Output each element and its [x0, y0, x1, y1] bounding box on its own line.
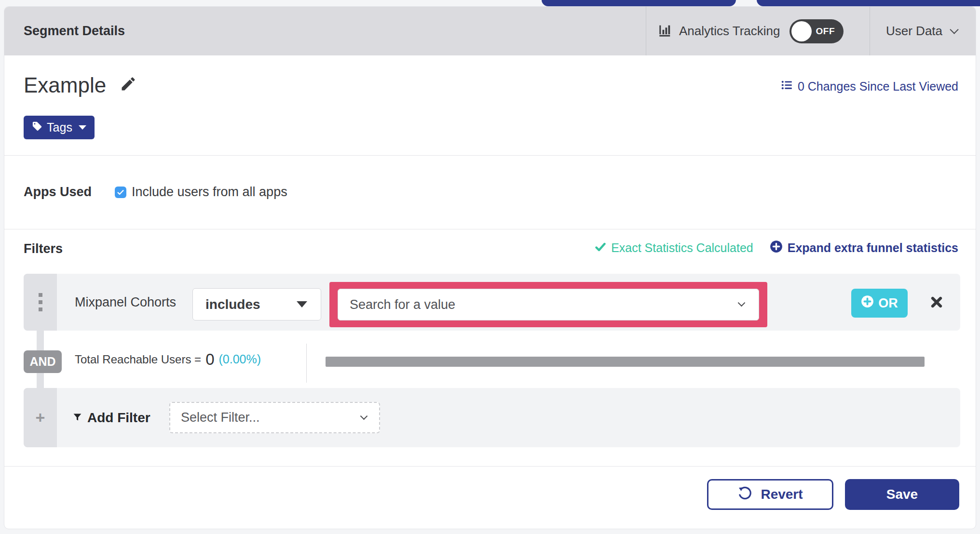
segment-name: Example	[24, 73, 106, 97]
total-users-percent: (0.00%)	[219, 352, 261, 366]
tags-button-label: Tags	[47, 120, 72, 134]
page-title: Segment Details	[24, 7, 125, 55]
analytics-tracking-toggle[interactable]: OFF	[789, 19, 844, 43]
drag-handle[interactable]	[24, 274, 57, 331]
include-all-apps-checkbox[interactable]	[115, 187, 126, 198]
expand-funnel-statistics-link[interactable]: Expand extra funnel statistics	[770, 240, 958, 256]
drag-dot-icon	[39, 300, 42, 304]
triangle-down-icon	[297, 301, 307, 307]
footer-divider	[4, 466, 976, 467]
filters-heading: Filters	[24, 241, 63, 256]
or-button-label: OR	[878, 296, 898, 311]
analytics-tracking-label: Analytics Tracking	[679, 24, 780, 39]
save-button-label: Save	[886, 487, 918, 502]
toggle-knob	[791, 21, 812, 41]
remove-filter-button[interactable]	[929, 274, 944, 331]
plus-circle-icon	[861, 295, 874, 311]
total-users-label: Total Reachable Users =	[75, 353, 201, 366]
chevron-down-icon	[360, 412, 368, 420]
add-filter-label: Add Filter	[87, 410, 150, 426]
analytics-chart-icon	[658, 23, 673, 40]
top-cutoff-button-left[interactable]	[542, 0, 736, 6]
changes-since-last-viewed-link[interactable]: 0 Changes Since Last Viewed	[781, 79, 958, 94]
top-cutoff-button-right[interactable]	[757, 0, 980, 6]
select-filter-placeholder: Select Filter...	[181, 410, 260, 425]
expand-funnel-statistics-label: Expand extra funnel statistics	[788, 241, 958, 255]
tags-button[interactable]: Tags	[24, 116, 95, 139]
reach-progress-bar	[326, 357, 925, 367]
highlight-annotation-box: Search for a value	[329, 282, 767, 327]
operator-value: includes	[205, 297, 260, 312]
value-search-placeholder: Search for a value	[350, 297, 455, 312]
changes-link-label: 0 Changes Since Last Viewed	[798, 80, 958, 93]
chevron-down-icon	[950, 25, 958, 34]
drag-dot-icon	[39, 307, 42, 311]
save-button[interactable]: Save	[845, 479, 959, 510]
user-data-label: User Data	[886, 24, 942, 39]
total-reachable-users: Total Reachable Users = 0 (0.00%)	[75, 331, 261, 388]
revert-button-label: Revert	[761, 487, 803, 502]
operator-select[interactable]: includes	[192, 288, 321, 320]
analytics-tracking-group: Analytics Tracking OFF	[658, 7, 844, 55]
filters-status-links: Exact Statistics Calculated Expand extra…	[595, 240, 958, 256]
apps-used-label: Apps Used	[24, 185, 115, 200]
revert-icon	[737, 486, 752, 504]
header-divider	[870, 7, 870, 55]
drag-dot-icon	[39, 293, 42, 297]
chevron-down-icon	[738, 299, 746, 307]
total-users-value: 0	[205, 350, 214, 369]
changes-list-icon	[781, 79, 793, 94]
tag-icon	[32, 120, 42, 134]
exact-statistics-label: Exact Statistics Calculated	[611, 241, 753, 255]
segment-name-row: Example	[24, 73, 137, 97]
filter-category-label: Mixpanel Cohorts	[75, 274, 176, 331]
funnel-icon	[72, 410, 82, 426]
caret-down-icon	[79, 125, 86, 130]
user-data-dropdown[interactable]: User Data	[886, 7, 957, 55]
add-filter-group: Add Filter	[72, 388, 150, 447]
include-all-apps-label: Include users from all apps	[132, 185, 287, 200]
segment-details-card: Segment Details Analytics Tracking OFF U…	[4, 6, 976, 529]
section-divider	[4, 229, 976, 229]
toggle-state-label: OFF	[816, 26, 835, 37]
filter-row: Mixpanel Cohorts includes Search for a v…	[24, 274, 960, 331]
card-header: Segment Details Analytics Tracking OFF U…	[4, 7, 976, 55]
add-or-condition-button[interactable]: OR	[851, 289, 908, 318]
select-filter-dropdown[interactable]: Select Filter...	[169, 402, 380, 433]
header-divider	[646, 7, 646, 55]
check-icon	[595, 241, 606, 255]
totals-divider	[306, 344, 307, 383]
revert-button[interactable]: Revert	[707, 479, 833, 510]
value-search-select[interactable]: Search for a value	[338, 289, 759, 320]
exact-statistics-status: Exact Statistics Calculated	[595, 241, 753, 255]
plus-circle-icon	[770, 240, 783, 256]
apps-used-row: Apps Used Include users from all apps	[24, 155, 287, 229]
add-filter-row: + Add Filter Select Filter...	[24, 388, 960, 447]
add-row-button[interactable]: +	[24, 388, 57, 447]
and-badge: AND	[24, 350, 62, 373]
edit-pencil-icon[interactable]	[120, 73, 137, 97]
